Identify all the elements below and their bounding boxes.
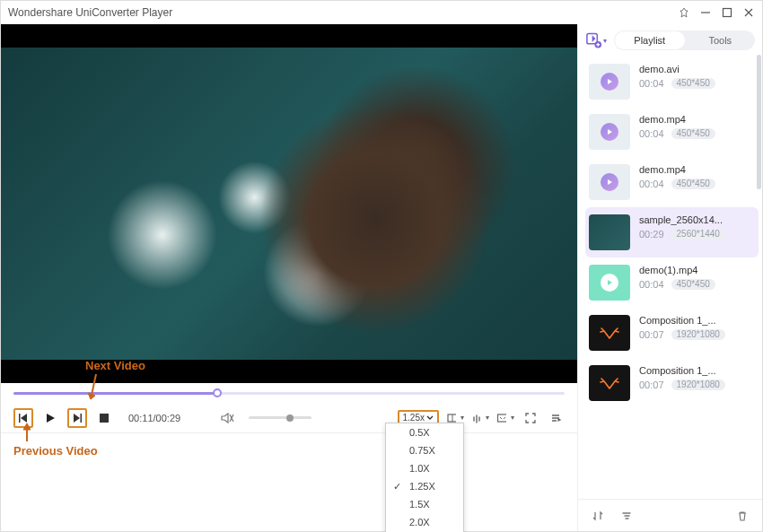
svg-rect-3 [81, 414, 83, 423]
app-window: Wondershare UniConverter Player [0, 0, 763, 532]
playlist-thumbnail [589, 265, 630, 301]
time-total: 00:29 [156, 413, 181, 423]
playlist-item-name: demo.mp4 [639, 164, 715, 175]
speed-menu[interactable]: 0.5X0.75X1.0X1.25X1.5X2.0X3.0X [385, 423, 464, 532]
pin-icon[interactable] [678, 6, 690, 19]
tab-tools[interactable]: Tools [686, 31, 756, 50]
sort-icon[interactable] [589, 507, 607, 525]
playlist-item-name: demo.avi [639, 64, 715, 74]
delete-icon[interactable] [733, 507, 751, 525]
playlist-item-name: Composition 1_... [639, 315, 725, 326]
window-title: Wondershare UniConverter Player [8, 6, 172, 19]
playlist-thumbnail [589, 315, 630, 351]
playlist-thumbnail [589, 365, 630, 401]
playlist-item[interactable]: demo(1).mp400:04450*450 [585, 257, 759, 308]
playlist-item-name: Composition 1_... [639, 365, 725, 376]
panel-tabs: Playlist Tools [614, 31, 755, 50]
video-frame [1, 48, 577, 360]
speed-option[interactable]: 0.5X [386, 423, 463, 441]
playlist-item[interactable]: demo.mp400:04450*450 [585, 157, 759, 207]
volume-slider[interactable] [249, 416, 311, 419]
playlist-item-meta: 00:04450*450 [639, 279, 715, 290]
playlist-item[interactable]: Composition 1_...00:071920*1080 [585, 358, 759, 408]
previous-video-button[interactable] [13, 408, 33, 428]
playlist-item[interactable]: demo.avi00:04450*450 [585, 57, 759, 107]
filter-icon[interactable] [618, 507, 636, 525]
tab-playlist[interactable]: Playlist [615, 31, 685, 49]
playlist-thumbnail [589, 214, 630, 250]
speed-option[interactable]: 0.75X [386, 441, 463, 459]
mute-icon[interactable] [218, 409, 236, 427]
timecode: 00:11/00:29 [128, 413, 180, 423]
titlebar: Wondershare UniConverter Player [1, 1, 762, 24]
add-media-button[interactable]: ▾ [585, 30, 607, 51]
speed-option[interactable]: 1.25X [386, 477, 463, 495]
playlist-item-meta: 00:04450*450 [639, 179, 715, 189]
playlist-item[interactable]: demo.mp400:04450*450 [585, 107, 759, 157]
playlist-item[interactable]: sample_2560x14...00:292560*1440 [585, 207, 759, 257]
playlist-item-name: demo.mp4 [639, 114, 715, 125]
controls-bar: 00:11/00:29 1.25x ▾ ▾ [1, 403, 577, 433]
play-button[interactable] [40, 408, 60, 428]
scrollbar[interactable] [757, 55, 761, 189]
playlist-pane: ▾ Playlist Tools demo.avi00:04450*450dem… [577, 24, 762, 531]
playlist-item-meta: 00:071920*1080 [639, 329, 725, 340]
playlist-item[interactable]: Composition 1_...00:071920*1080 [585, 308, 759, 358]
svg-rect-1 [724, 9, 732, 17]
minimize-icon[interactable] [699, 6, 712, 19]
speed-option[interactable]: 2.0X [386, 513, 463, 531]
player-pane: 00:11/00:29 1.25x ▾ ▾ [1, 24, 577, 531]
playlist-thumbnail [589, 164, 630, 200]
playlist-item-meta: 00:071920*1080 [639, 379, 725, 390]
audio-track-button[interactable]: ▾ [471, 409, 489, 427]
playlist-thumbnail [589, 64, 630, 100]
playlist-item-name: sample_2560x14... [639, 214, 725, 225]
playlist-item-meta: 00:292560*1440 [639, 229, 725, 240]
video-area[interactable] [1, 24, 577, 383]
playlist-item-meta: 00:04450*450 [639, 128, 715, 139]
svg-rect-2 [19, 414, 21, 423]
close-icon[interactable] [742, 6, 755, 19]
stop-button[interactable] [94, 408, 114, 428]
subtitle-button[interactable]: ▾ [496, 409, 514, 427]
progress-bar[interactable] [1, 383, 577, 403]
maximize-icon[interactable] [721, 6, 733, 19]
speed-option[interactable]: 1.0X [386, 459, 463, 477]
playlist-item-name: demo(1).mp4 [639, 265, 715, 275]
playlist[interactable]: demo.avi00:04450*450demo.mp400:04450*450… [578, 57, 762, 499]
svg-rect-4 [100, 414, 109, 423]
fullscreen-icon[interactable] [522, 409, 539, 427]
speed-label: 1.25x [403, 413, 425, 423]
next-video-button[interactable] [67, 408, 87, 428]
speed-option[interactable]: 1.5X [386, 495, 463, 513]
playlist-thumbnail [589, 114, 630, 150]
time-current: 00:11 [128, 413, 153, 423]
panel-bottom [578, 499, 762, 531]
playlist-toggle-icon[interactable] [547, 409, 565, 427]
playlist-item-meta: 00:04450*450 [639, 78, 715, 89]
